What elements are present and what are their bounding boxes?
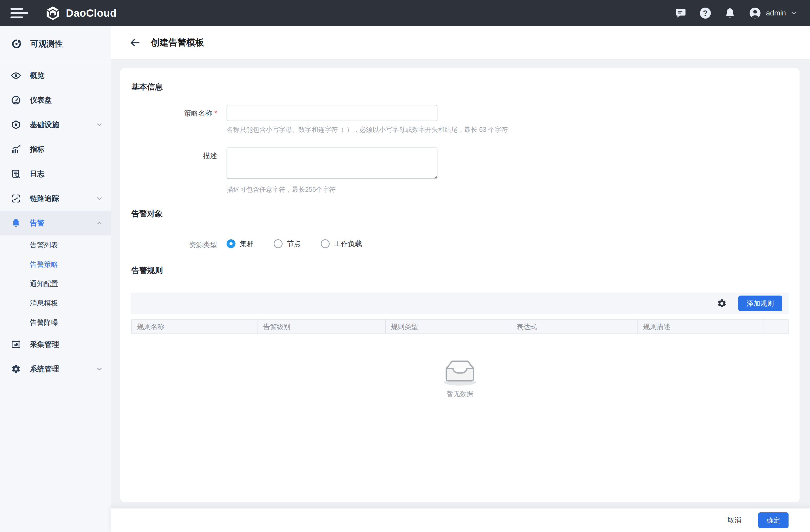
help-icon[interactable]: ?: [700, 7, 711, 19]
sidebar-item-label: 链路追踪: [30, 194, 59, 203]
sidebar-item-label: 指标: [30, 144, 45, 154]
chevron-down-icon: [791, 10, 797, 16]
radio-option-node[interactable]: 节点: [274, 239, 301, 248]
column-header-alert-level: 告警级别: [258, 320, 386, 333]
sidebar-item-dashboard[interactable]: 仪表盘: [0, 88, 111, 113]
column-settings-gear-icon[interactable]: [717, 298, 727, 309]
sidebar-item-alerts[interactable]: 告警: [0, 211, 111, 235]
radio-unselected-icon: [321, 239, 330, 248]
sidebar-product-header[interactable]: 可观测性: [0, 26, 111, 62]
sidebar-subitem-label: 告警策略: [30, 260, 58, 269]
policy-name-hint: 名称只能包含小写字母、数字和连字符（-），必须以小写字母或数字开头和结尾，最长 …: [227, 125, 508, 134]
column-header-actions: [763, 320, 788, 333]
resource-type-row: 资源类型 集群 节点 工作: [131, 235, 789, 250]
sidebar-item-infrastructure[interactable]: 基础设施: [0, 113, 111, 137]
collection-icon: [11, 339, 21, 349]
sidebar-item-label: 日志: [30, 169, 45, 179]
radio-selected-icon: [227, 239, 236, 248]
hexagon-icon: [11, 120, 21, 130]
sidebar-subitem-alert-list[interactable]: 告警列表: [0, 235, 111, 255]
sidebar-subitem-label: 消息模板: [30, 298, 58, 308]
section-title-alert-target: 告警对象: [131, 209, 789, 219]
radio-option-cluster[interactable]: 集群: [227, 239, 254, 248]
column-header-rule-type: 规则类型: [386, 320, 511, 333]
radio-unselected-icon: [274, 239, 282, 248]
observability-icon: [11, 38, 22, 49]
required-asterisk: *: [214, 109, 217, 117]
sidebar-item-logs[interactable]: 日志: [0, 162, 111, 186]
page-header: 创建告警模板: [111, 26, 810, 59]
sidebar: 可观测性 概览 仪表盘: [0, 26, 111, 532]
sidebar-item-label: 告警: [30, 218, 45, 228]
log-search-icon: [11, 169, 21, 179]
sidebar-subitem-alert-silence[interactable]: 告警降噪: [0, 313, 111, 332]
sidebar-subitem-label: 通知配置: [30, 279, 58, 288]
trace-icon: [11, 194, 21, 203]
footer-action-bar: 取消 确定: [111, 509, 810, 532]
chevron-down-icon: [96, 365, 103, 373]
product-title: 可观测性: [30, 38, 63, 49]
rules-table-header: 规则名称 告警级别 规则类型 表达式 规则描述: [131, 319, 789, 334]
content-scroll-area: 基本信息 策略名称* 名称只能包含小写字母、数字和连字符（-），必须以小写字母或…: [111, 59, 810, 509]
cancel-button[interactable]: 取消: [726, 513, 743, 527]
sidebar-item-label: 概览: [30, 71, 45, 81]
column-header-expression: 表达式: [511, 320, 638, 333]
sidebar-item-label: 仪表盘: [30, 95, 52, 105]
policy-name-input[interactable]: [227, 105, 437, 121]
resource-type-options: 集群 节点 工作负载: [227, 235, 362, 248]
user-name: admin: [766, 9, 786, 17]
gear-icon: [11, 364, 21, 374]
top-bar: DaoCloud ?: [0, 0, 810, 26]
chevron-down-icon: [96, 195, 103, 202]
chevron-down-icon: [96, 121, 103, 129]
sidebar-subitem-alert-policy[interactable]: 告警策略: [0, 255, 111, 274]
description-hint: 描述可包含任意字符，最长256个字符: [227, 185, 437, 194]
add-rule-button[interactable]: 添加规则: [738, 296, 782, 311]
rules-table-toolbar: 添加规则: [131, 293, 789, 314]
eye-icon: [11, 71, 21, 81]
description-textarea[interactable]: [227, 148, 437, 179]
sidebar-item-label: 基础设施: [30, 120, 59, 130]
sidebar-item-system[interactable]: 系统管理: [0, 357, 111, 381]
sidebar-subitem-message-template[interactable]: 消息模板: [0, 294, 111, 313]
rules-table: 添加规则 规则名称 告警级别 规则类型 表达式 规则描述: [131, 293, 789, 398]
sidebar-item-label: 采集管理: [30, 339, 59, 349]
avatar: [749, 7, 761, 19]
sidebar-subitem-label: 告警列表: [30, 240, 58, 250]
sidebar-nav: 概览 仪表盘 基础设施: [0, 62, 111, 381]
policy-name-label: 策略名称*: [131, 105, 217, 118]
sidebar-item-tracing[interactable]: 链路追踪: [0, 186, 111, 211]
sidebar-subitem-notification-config[interactable]: 通知配置: [0, 274, 111, 294]
sidebar-item-metrics[interactable]: 指标: [0, 137, 111, 162]
section-title-basic-info: 基本信息: [131, 82, 789, 92]
policy-name-row: 策略名称* 名称只能包含小写字母、数字和连字符（-），必须以小写字母或数字开头和…: [131, 105, 789, 134]
bar-chart-icon: [11, 144, 21, 154]
resource-type-label: 资源类型: [131, 235, 217, 250]
message-icon[interactable]: [675, 7, 686, 19]
page-title: 创建告警模板: [151, 37, 204, 49]
confirm-button[interactable]: 确定: [758, 512, 789, 528]
app-window: DaoCloud ?: [0, 0, 810, 532]
radio-option-workload[interactable]: 工作负载: [321, 239, 362, 248]
topbar-actions: ? admin: [675, 7, 797, 19]
empty-state: 暂无数据: [131, 357, 789, 398]
daocloud-cube-icon: [45, 5, 61, 21]
description-row: 描述 描述可包含任意字符，最长256个字符: [131, 148, 789, 194]
form-card: 基本信息 策略名称* 名称只能包含小写字母、数字和连字符（-），必须以小写字母或…: [120, 68, 799, 502]
column-header-rule-name: 规则名称: [132, 320, 258, 333]
empty-state-text: 暂无数据: [447, 389, 473, 398]
sidebar-item-label: 系统管理: [30, 364, 59, 374]
section-title-alert-rules: 告警规则: [131, 265, 789, 276]
brand-logo[interactable]: DaoCloud: [45, 5, 117, 21]
sidebar-item-overview[interactable]: 概览: [0, 63, 111, 88]
hamburger-menu-icon[interactable]: [11, 5, 28, 20]
notification-bell-icon[interactable]: [724, 7, 736, 19]
description-label: 描述: [131, 148, 217, 161]
brand-name: DaoCloud: [66, 7, 117, 19]
column-header-rule-description: 规则描述: [638, 320, 763, 333]
chevron-up-icon: [96, 219, 103, 227]
sidebar-item-collection[interactable]: 采集管理: [0, 332, 111, 357]
bell-icon: [11, 218, 21, 228]
back-arrow-button[interactable]: [129, 37, 141, 48]
user-menu[interactable]: admin: [749, 7, 797, 19]
